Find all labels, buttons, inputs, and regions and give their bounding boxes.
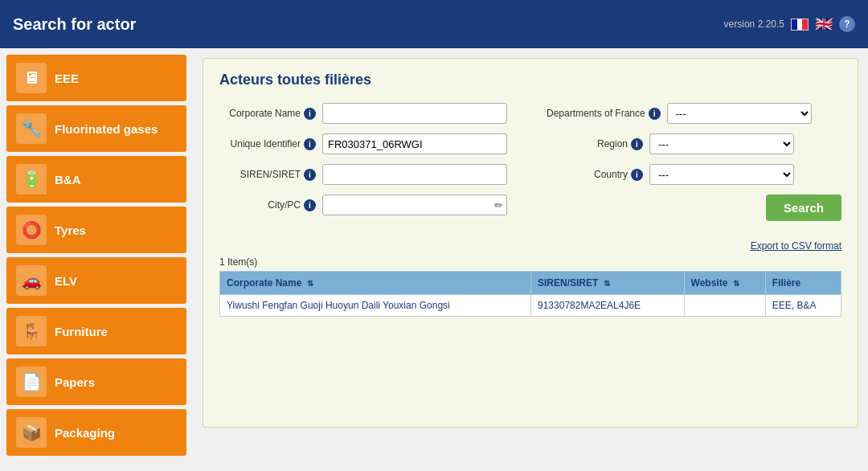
city-pc-row: City/PC i ✏ — [219, 195, 514, 215]
search-btn-row: Search — [547, 195, 841, 221]
col-siren-siret[interactable]: SIREN/SIRET ⇅ — [531, 272, 685, 295]
unique-identifier-info-icon[interactable]: i — [304, 138, 316, 150]
region-label: Region i — [547, 138, 643, 150]
sidebar-item-label-packaging: Packaging — [55, 426, 115, 440]
departments-label: Departments of France i — [547, 108, 661, 120]
country-label: Country i — [547, 169, 643, 181]
sort-icon-name: ⇅ — [307, 279, 313, 288]
city-pc-input[interactable] — [322, 195, 507, 215]
sidebar-item-label-papers: Papers — [55, 375, 95, 389]
unique-identifier-row: Unique Identifier i — [219, 133, 514, 154]
sidebar-item-eee[interactable]: 🖥 EEE — [6, 55, 186, 101]
table-body: Yiwushi Fengfan Guoji Huoyun Daili Youxi… — [220, 295, 841, 317]
departments-info-icon[interactable]: i — [649, 108, 661, 120]
siren-siret-input[interactable] — [322, 164, 507, 185]
content-box: Acteurs toutes filières Corporate Name i — [203, 58, 858, 428]
form-left-col: Corporate Name i Unique Identifier i — [219, 103, 514, 227]
col-filiere[interactable]: Filière — [765, 272, 841, 295]
region-select[interactable]: --- — [649, 133, 794, 154]
sidebar-item-label-fluorinated: Fluorinated gases — [55, 122, 158, 136]
sidebar-item-packaging[interactable]: 📦 Packaging — [6, 409, 186, 456]
main-layout: 🖥 EEE 🔧 Fluorinated gases 🔋 B&A ⭕ Tyres … — [0, 48, 868, 471]
sidebar-item-label-elv: ELV — [55, 274, 77, 288]
eee-icon: 🖥 — [16, 63, 47, 93]
unique-identifier-label: Unique Identifier i — [219, 138, 316, 150]
section-title: Acteurs toutes filières — [219, 72, 841, 88]
sidebar-item-tyres[interactable]: ⭕ Tyres — [6, 207, 186, 253]
sidebar-item-label-tyres: Tyres — [55, 223, 86, 237]
siren-siret-label: SIREN/SIRET i — [219, 169, 316, 181]
sidebar-item-label-eee: EEE — [55, 72, 79, 85]
cell-filiere: EEE, B&A — [765, 295, 841, 317]
col-corporate-name[interactable]: Corporate Name ⇅ — [220, 272, 531, 295]
table-row[interactable]: Yiwushi Fengfan Guoji Huoyun Daili Youxi… — [220, 295, 841, 317]
fluorinated-icon: 🔧 — [16, 113, 47, 144]
siren-siret-info-icon[interactable]: i — [304, 169, 316, 181]
ba-icon: 🔋 — [16, 164, 47, 195]
content-area: Acteurs toutes filières Corporate Name i — [193, 48, 868, 471]
sidebar-item-furniture[interactable]: 🪑 Furniture — [6, 308, 186, 354]
region-info-icon[interactable]: i — [631, 138, 643, 150]
sort-icon-website: ⇅ — [733, 279, 739, 288]
elv-icon: 🚗 — [16, 265, 47, 296]
siren-siret-row: SIREN/SIRET i — [219, 164, 514, 185]
cell-corporate-name: Yiwushi Fengfan Guoji Huoyun Daili Youxi… — [220, 295, 531, 317]
city-pc-info-icon[interactable]: i — [304, 199, 316, 211]
unique-identifier-input[interactable] — [322, 133, 507, 154]
search-button[interactable]: Search — [766, 195, 841, 221]
pencil-icon[interactable]: ✏ — [494, 199, 503, 211]
departments-row: Departments of France i --- — [547, 103, 841, 124]
sidebar: 🖥 EEE 🔧 Fluorinated gases 🔋 B&A ⭕ Tyres … — [0, 48, 193, 471]
country-info-icon[interactable]: i — [631, 169, 643, 181]
departments-select[interactable]: --- — [667, 103, 812, 124]
header-right: version 2.20.5 🇬🇧 ? — [724, 15, 855, 33]
corporate-name-row: Corporate Name i — [219, 103, 514, 124]
corporate-name-info-icon[interactable]: i — [304, 108, 316, 120]
export-row: Export to CSV format — [219, 240, 841, 252]
corporate-name-label: Corporate Name i — [219, 108, 316, 120]
papers-icon: 📄 — [16, 367, 47, 397]
form-right-col: Departments of France i --- Region i — [547, 103, 841, 227]
flag-uk-icon[interactable]: 🇬🇧 — [815, 15, 833, 33]
sidebar-item-fluorinated[interactable]: 🔧 Fluorinated gases — [6, 105, 186, 152]
sidebar-item-papers[interactable]: 📄 Papers — [6, 358, 186, 405]
sidebar-item-elv[interactable]: 🚗 ELV — [6, 257, 186, 304]
item-count: 1 Item(s) — [219, 256, 841, 268]
header: Search for actor version 2.20.5 🇬🇧 ? — [0, 0, 868, 48]
col-website[interactable]: Website ⇅ — [684, 272, 765, 295]
sidebar-item-label-furniture: Furniture — [55, 325, 108, 338]
city-pc-input-wrapper: ✏ — [322, 195, 507, 215]
city-pc-label: City/PC i — [219, 199, 316, 211]
cell-siren-siret: 91330782MA2EAL4J6E — [531, 295, 685, 317]
packaging-icon: 📦 — [16, 417, 47, 448]
sidebar-item-label-ba: B&A — [55, 173, 81, 186]
results-table: Corporate Name ⇅ SIREN/SIRET ⇅ Website ⇅… — [219, 271, 841, 317]
corporate-name-input[interactable] — [322, 103, 507, 124]
country-row: Country i --- — [547, 164, 841, 185]
country-select[interactable]: --- — [649, 164, 794, 185]
table-header-row: Corporate Name ⇅ SIREN/SIRET ⇅ Website ⇅… — [220, 272, 841, 295]
page-title: Search for actor — [13, 15, 136, 34]
table-header: Corporate Name ⇅ SIREN/SIRET ⇅ Website ⇅… — [220, 272, 841, 295]
region-row: Region i --- — [547, 133, 841, 154]
cell-website — [684, 295, 765, 317]
tyres-icon: ⭕ — [16, 215, 47, 245]
sidebar-item-ba[interactable]: 🔋 B&A — [6, 156, 186, 203]
furniture-icon: 🪑 — [16, 316, 47, 346]
help-icon[interactable]: ? — [839, 16, 855, 32]
sort-icon-siren: ⇅ — [604, 279, 610, 288]
flag-france-icon[interactable] — [791, 18, 809, 31]
version-label: version 2.20.5 — [724, 18, 784, 30]
search-form: Corporate Name i Unique Identifier i — [219, 103, 841, 227]
export-link[interactable]: Export to CSV format — [751, 240, 841, 252]
